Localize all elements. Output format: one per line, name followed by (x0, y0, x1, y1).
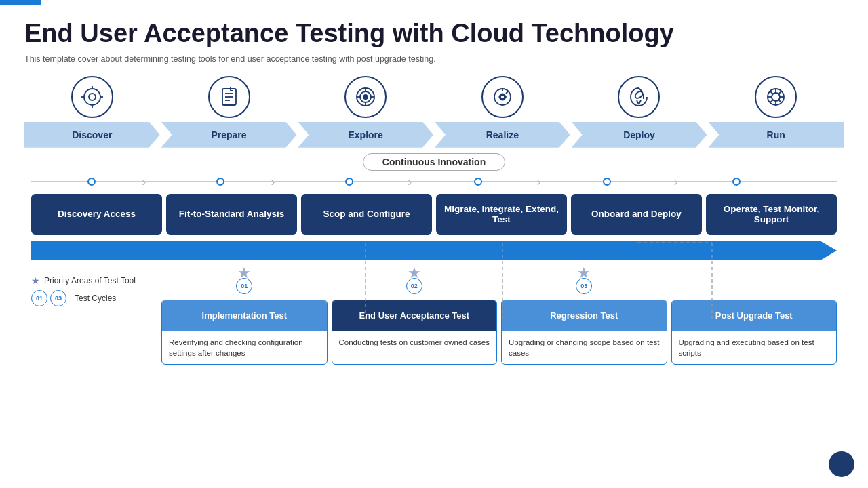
svg-line-20 (506, 92, 508, 94)
test-cards-row: ★ 01 Implementation Test Reverifying and… (161, 266, 837, 365)
svg-point-16 (363, 95, 368, 99)
phase-label-discover: Discover (72, 129, 112, 140)
page-title: End User Acceptance Testing with Cloud T… (24, 19, 844, 49)
phase-label-prepare: Prepare (211, 129, 246, 140)
run-icon-circle (755, 76, 797, 118)
test-card-col-1: ★ 01 Implementation Test Reverifying and… (161, 266, 328, 365)
timeline-line (31, 181, 837, 182)
test-card-3-body: Upgrading or changing scope based on tes… (502, 331, 667, 364)
process-box-5: Operate, Test Monitor, Support (706, 194, 837, 235)
bottom-circle (829, 451, 854, 477)
explore-icon-circle (344, 76, 387, 118)
deploy-icon (627, 85, 650, 108)
test-card-4: Post Upgrade Test Upgrading and executin… (671, 300, 837, 365)
phase-label-explore: Explore (349, 129, 383, 140)
svg-line-31 (778, 100, 781, 102)
timeline-arrow-1: › (142, 174, 146, 188)
phase-label-run: Run (767, 129, 785, 140)
phase-run (715, 76, 837, 121)
svg-line-30 (770, 91, 772, 94)
test-card-4-body: Upgrading and executing based on test sc… (672, 331, 837, 364)
phases-bar: Discover Prepare Explore Realize Deploy … (24, 122, 844, 148)
slide: End User Acceptance Testing with Cloud T… (0, 0, 868, 488)
test-card-col-2: ★ 02 End User Acceptance Test Conducting… (332, 266, 498, 365)
cycle-badges: 01 03 (31, 290, 66, 306)
phase-discover (31, 76, 153, 121)
innovation-label: Continuous Innovation (382, 157, 486, 167)
svg-line-32 (778, 91, 781, 94)
discover-icon (81, 85, 104, 108)
svg-point-1 (89, 94, 96, 100)
timeline-dot-3 (345, 178, 353, 186)
legend-priority-label: Priority Areas of Test Tool (44, 276, 136, 285)
svg-line-33 (770, 100, 772, 102)
process-box-3: Migrate, Integrate, Extend, Test (436, 194, 567, 235)
timeline-arrow-2: › (271, 174, 275, 188)
discover-icon-circle (71, 76, 113, 118)
innovation-pill: Continuous Innovation (363, 153, 505, 171)
phase-prepare (168, 76, 290, 121)
test-card-1-header: Implementation Test (162, 300, 327, 331)
timeline-arrow-5: › (673, 174, 677, 188)
realize-icon-circle (481, 76, 524, 118)
innovation-row: Continuous Innovation (24, 153, 844, 171)
top-accent (0, 0, 41, 5)
timeline-container: › › › › › (31, 172, 837, 191)
phase-explore (304, 76, 427, 121)
test-section: ★ Priority Areas of Test Tool 01 03 Test… (31, 266, 837, 365)
legend-column: ★ Priority Areas of Test Tool 01 03 Test… (31, 266, 153, 310)
prepare-icon (218, 85, 241, 108)
svg-point-18 (500, 95, 505, 99)
test-card-col-3: ★ 03 Regression Test Upgrading or changi… (501, 266, 667, 365)
test-card-3-header: Regression Test (502, 300, 667, 331)
timeline-dot-5 (603, 178, 611, 186)
svg-line-23 (639, 100, 641, 104)
timeline-dot-6 (732, 178, 741, 186)
phase-bar-run: Run (708, 122, 844, 148)
big-arrow-row (31, 241, 837, 260)
legend-priority: ★ Priority Areas of Test Tool (31, 275, 153, 286)
phase-bar-explore: Explore (298, 122, 433, 148)
run-icon (764, 85, 787, 108)
timeline-arrow-3: › (408, 174, 412, 188)
num-badge-3: 03 (576, 278, 592, 294)
legend-cycles: 01 03 Test Cycles (31, 290, 153, 306)
star-num-1: ★ 01 (161, 266, 328, 294)
phase-label-realize: Realize (486, 129, 519, 140)
realize-icon (491, 85, 514, 108)
phases-icons-row (24, 76, 844, 121)
process-box-1: Fit-to-Standard Analysis (166, 194, 297, 235)
prepare-icon-circle (208, 76, 250, 118)
test-card-4-header: Post Upgrade Test (672, 300, 837, 331)
star-num-2: ★ 02 (332, 266, 498, 294)
test-card-1: Implementation Test Reverifying and chec… (161, 300, 328, 365)
star-legend-icon: ★ (31, 275, 40, 286)
phase-label-deploy: Deploy (623, 129, 655, 140)
timeline-dot-1 (87, 178, 96, 186)
cycle-badge-2: 03 (50, 290, 66, 306)
star-num-3: ★ 03 (501, 266, 667, 294)
timeline-dot-2 (216, 178, 224, 186)
phase-realize (441, 76, 564, 121)
legend-cycles-label: Test Cycles (75, 293, 116, 303)
timeline-dot-4 (474, 178, 482, 186)
phase-deploy (578, 76, 700, 121)
test-card-col-4: ★ Post Upgrade Test Upgrading and execut… (671, 266, 837, 365)
test-card-2-header: End User Acceptance Test (332, 300, 497, 331)
test-card-2-body: Conducting tests on customer owned cases (332, 331, 497, 353)
test-card-1-body: Reverifying and checking configuration s… (162, 331, 327, 364)
phase-bar-realize: Realize (435, 122, 570, 148)
test-card-2: End User Acceptance Test Conducting test… (332, 300, 498, 365)
process-boxes-row: Discovery Access Fit-to-Standard Analysi… (31, 194, 837, 235)
num-badge-1: 01 (236, 278, 252, 294)
big-arrow (31, 241, 837, 260)
process-box-0: Discovery Access (31, 194, 162, 235)
phase-bar-deploy: Deploy (572, 122, 707, 148)
phase-bar-prepare: Prepare (161, 122, 297, 148)
test-card-3: Regression Test Upgrading or changing sc… (501, 300, 667, 365)
timeline-arrow-4: › (536, 174, 540, 188)
subtitle: This template cover about determining te… (24, 54, 844, 64)
svg-point-25 (772, 93, 780, 101)
process-box-4: Onboard and Deploy (571, 194, 702, 235)
phase-bar-discover: Discover (24, 122, 160, 148)
